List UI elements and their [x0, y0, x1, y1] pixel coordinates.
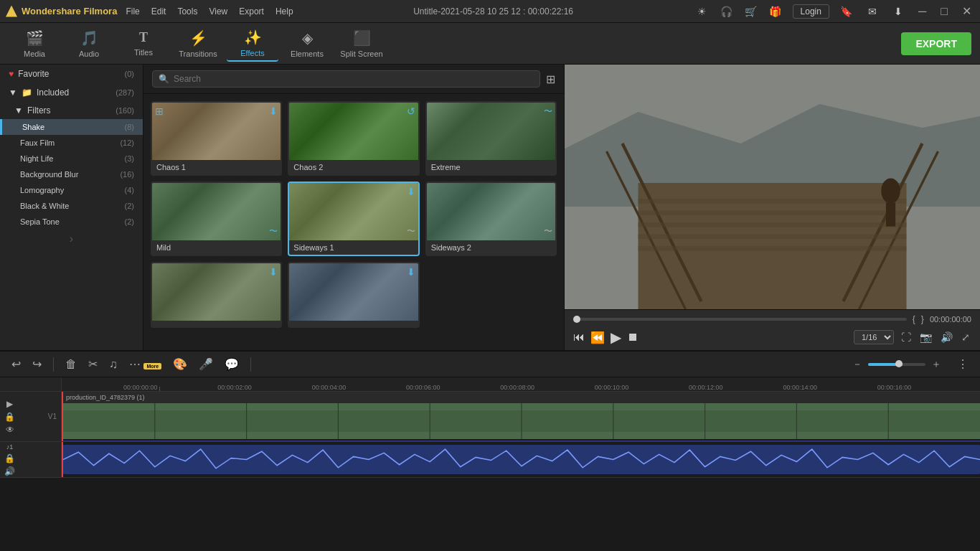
bookmark-icon[interactable]: 🔖 [838, 3, 855, 20]
time-display: 00:00:00:00 [930, 315, 971, 324]
more-badge: More [143, 363, 161, 369]
sidebar-item-lomography[interactable]: Lomography (4) [0, 182, 143, 198]
bracket-left[interactable]: { [913, 314, 915, 324]
ruler-line-0 [159, 387, 160, 391]
menu-file[interactable]: File [126, 6, 139, 17]
sidebar-favorite[interactable]: ♥ Favorite (0) [0, 65, 143, 83]
zoom-slider[interactable] [868, 363, 925, 366]
toolbar-audio[interactable]: 🎵 Audio [63, 26, 115, 62]
ruler-tick-14: 00:00:14:00 [783, 377, 817, 391]
timeline-toolbar: ↩ ↪ 🗑 ✂ ♫ ⋯ More 🎨 🎤 💬 － ＋ ⋮ [0, 352, 980, 377]
gift-icon[interactable]: 🎁 [767, 3, 784, 20]
effect-thumb-sideways1: ⬇ 〜 [289, 183, 418, 240]
download2-icon: ⬇ [407, 186, 415, 197]
headphone-icon[interactable]: 🎧 [718, 3, 735, 20]
bracket-right[interactable]: } [921, 314, 924, 324]
titlebar-left: Wondershare Filmora File Edit Tools View… [6, 6, 293, 17]
preview-video [565, 65, 980, 309]
step-back-button[interactable]: ⏮ [573, 331, 585, 344]
audio-track-body[interactable] [62, 442, 980, 477]
effect-thumb-extreme: 〜 [427, 103, 555, 160]
playhead-marker[interactable] [573, 316, 580, 323]
effect-card-sideways2[interactable]: 〜 Sideways 2 [425, 182, 557, 256]
login-button[interactable]: Login [793, 4, 829, 19]
zoom-out-button[interactable]: － [851, 357, 864, 372]
volume-button[interactable]: 🔊 [939, 330, 954, 344]
sidebar-item-shake[interactable]: Shake (8) [0, 119, 143, 135]
audio-volume-button[interactable]: 🔊 [4, 466, 15, 476]
toolbar-effects[interactable]: ✨ Effects [227, 26, 278, 62]
quality-select[interactable]: 1/16 [854, 330, 894, 344]
effect-card-chaos1[interactable]: ⬇ ⊞ Chaos 1 [151, 101, 282, 176]
zoom-handle[interactable] [895, 360, 903, 367]
toolbar-transitions[interactable]: ⚡ Transitions [172, 26, 224, 62]
timeline-settings-button[interactable]: ⋮ [954, 356, 971, 372]
sidebar-item-bgblur[interactable]: Background Blur (16) [0, 166, 143, 182]
sidebar-item-fauxfilm[interactable]: Faux Film (12) [0, 135, 143, 151]
menu-view[interactable]: View [209, 6, 227, 17]
play-button[interactable]: ▶ [611, 329, 621, 346]
sidebar-nightlife-count: (3) [125, 154, 134, 163]
export-button[interactable]: EXPORT [901, 32, 971, 55]
sidebar-shake-label: Shake [22, 123, 44, 131]
progress-bar[interactable] [573, 318, 907, 321]
message-icon[interactable]: ✉ [864, 3, 881, 20]
track-play-button[interactable]: ▶ [4, 399, 15, 409]
ruler-tick-2: 00:00:02:00 [217, 377, 252, 391]
delete-button[interactable]: 🗑 [62, 357, 80, 372]
maximize-button[interactable]: □ [938, 5, 951, 18]
video-frame [565, 65, 980, 309]
effect-card-8[interactable]: ⬇ [288, 262, 419, 328]
subtitle-button[interactable]: 💬 [222, 356, 242, 372]
audio-lock-button[interactable]: 🔒 [4, 453, 15, 463]
track-eye-button[interactable]: 👁 [4, 425, 15, 435]
toolbar-titles[interactable]: T Titles [118, 26, 169, 62]
sidebar-included[interactable]: ▼ 📁 Included (287) [0, 83, 143, 102]
toolbar-media[interactable]: 🎬 Media [9, 26, 60, 62]
audio-track-header: ♪1 🔒 🔊 [0, 442, 62, 477]
screenshot-button[interactable]: 📷 [918, 330, 933, 344]
expand-button[interactable]: ⤢ [960, 330, 971, 344]
cut-button[interactable]: ✂ [85, 356, 100, 372]
menu-tools[interactable]: Tools [177, 6, 197, 17]
effect-card-7[interactable]: ⬇ [151, 262, 282, 328]
toolbar-splitscreen[interactable]: ⬛ Split Screen [336, 26, 387, 62]
sidebar-item-bw[interactable]: Black & White (2) [0, 198, 143, 214]
sidebar-item-sepia[interactable]: Sepia Tone (2) [0, 214, 143, 230]
sidebar-item-nightlife[interactable]: Night Life (3) [0, 151, 143, 166]
motion-button[interactable]: ⋯ More [126, 356, 164, 372]
toolbar-elements[interactable]: ◈ Elements [281, 26, 333, 62]
effect-card-chaos2[interactable]: ↺ Chaos 2 [288, 101, 419, 176]
search-input[interactable] [174, 74, 534, 84]
download-icon[interactable]: ⬇ [890, 3, 907, 20]
effect-card-sideways1[interactable]: ⬇ 〜 Sideways 1 [288, 182, 419, 256]
shop-icon[interactable]: 🛒 [743, 3, 760, 20]
titles-icon: T [139, 30, 148, 45]
video-track-body[interactable]: production_ID_4782379 (1) [62, 392, 980, 441]
menu-edit[interactable]: Edit [151, 6, 166, 17]
redo-button[interactable]: ↪ [29, 356, 44, 372]
minimize-button[interactable]: ─ [915, 5, 929, 18]
titlebar: Wondershare Filmora File Edit Tools View… [0, 0, 980, 23]
rewind-button[interactable]: ⏪ [590, 331, 605, 344]
fullscreen-button[interactable]: ⛶ [900, 330, 913, 344]
stop-button[interactable]: ⏹ [627, 331, 639, 344]
menu-help[interactable]: Help [275, 6, 293, 17]
track-lock-button[interactable]: 🔒 [4, 412, 15, 422]
audio-mix-button[interactable]: ♫ [106, 357, 121, 372]
app-logo: Wondershare Filmora [6, 6, 117, 17]
sidebar-filters[interactable]: ▼ Filters (160) [0, 102, 143, 119]
grid-view-button[interactable]: ⊞ [546, 72, 555, 86]
color-button[interactable]: 🎨 [170, 356, 190, 372]
effect-card-extreme[interactable]: 〜 Extreme [425, 101, 557, 176]
ruler-label-0: 00:00:00:00 [123, 384, 158, 391]
menu-export[interactable]: Export [239, 6, 264, 17]
sun-icon[interactable]: ☀ [694, 3, 711, 20]
voice-button[interactable]: 🎤 [196, 356, 216, 372]
effect-card-mild[interactable]: 〜 Mild [151, 182, 282, 256]
video-strip [63, 403, 980, 439]
undo-button[interactable]: ↩ [9, 356, 24, 372]
zoom-in-button[interactable]: ＋ [930, 357, 943, 372]
close-button[interactable]: ✕ [959, 4, 974, 18]
download3-icon: ⬇ [269, 266, 278, 278]
